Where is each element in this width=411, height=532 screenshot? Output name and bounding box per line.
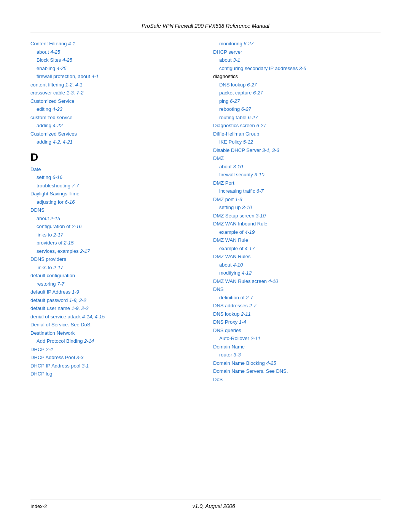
left-column: Content Filtering 4-1about 4-25Block Sit… bbox=[30, 40, 198, 492]
index-entry: setting 6-16 bbox=[30, 174, 198, 181]
index-entry: diagnostics bbox=[213, 73, 381, 80]
index-entry: Daylight Savings Time bbox=[30, 190, 198, 198]
index-ref: 2-7 bbox=[249, 303, 256, 308]
index-ref: 3-10 bbox=[256, 213, 266, 219]
index-main-text: default user name bbox=[30, 305, 72, 311]
index-entry: setting up 3-10 bbox=[213, 204, 381, 211]
index-ref: 6-16 bbox=[53, 174, 62, 180]
index-ref: 2-15 bbox=[50, 216, 60, 221]
page-wrapper: ProSafe VPN Firewall 200 FVX538 Referenc… bbox=[0, 0, 411, 532]
index-entry: content filtering 1-2, 4-1 bbox=[30, 81, 198, 89]
index-ref: 2-15 bbox=[64, 240, 74, 246]
index-ref: 6-27 bbox=[253, 90, 263, 96]
index-ref: 6-16 bbox=[65, 199, 75, 205]
index-main-text: DHCP Address Pool bbox=[30, 355, 76, 360]
index-ref: 4-1 bbox=[68, 41, 75, 46]
index-entry: DMZ WAN Rule bbox=[213, 236, 381, 244]
index-sub-text: adding bbox=[37, 123, 53, 128]
index-ref: 1-4 bbox=[239, 319, 246, 325]
right-column: monitoring 6-27DHCP serverabout 3-1confi… bbox=[213, 40, 381, 492]
index-ref: 1-3 bbox=[235, 197, 242, 202]
index-ref: 4-2, 4-21 bbox=[53, 139, 73, 145]
index-sub-text: services, examples bbox=[37, 248, 80, 254]
index-entry: definition of 2-7 bbox=[213, 294, 381, 302]
index-entry: monitoring 6-27 bbox=[213, 40, 381, 48]
index-sub-text: monitoring bbox=[219, 41, 244, 46]
index-main-text: denial of service attack bbox=[30, 314, 82, 320]
index-main-text: DHCP server bbox=[213, 49, 242, 55]
index-main-text: DNS Proxy bbox=[213, 319, 239, 325]
index-main-text: DMZ WAN Inbound Rule bbox=[213, 221, 268, 227]
index-entry: default password 1-9, 2-2 bbox=[30, 297, 198, 304]
index-sub-text: ping bbox=[219, 98, 230, 104]
index-ref: 2-4 bbox=[46, 347, 53, 352]
index-entry: firewall protection, about 4-1 bbox=[30, 73, 198, 80]
index-entry: firewall security 3-10 bbox=[213, 171, 381, 179]
index-main-text: diagnostics bbox=[213, 73, 238, 79]
index-entry: example of 4-19 bbox=[213, 228, 381, 236]
index-main-text: crossover cable bbox=[30, 90, 67, 96]
index-entry: example of 4-17 bbox=[213, 245, 381, 252]
index-sub-text: adding bbox=[37, 139, 53, 145]
index-main-text: DDNS bbox=[30, 207, 45, 213]
index-entry: troubleshooting 7-7 bbox=[30, 182, 198, 190]
index-sub-text: configuration of bbox=[37, 224, 72, 229]
index-entry: Customized Services bbox=[30, 130, 198, 138]
index-entry: default user name 1-9, 2-2 bbox=[30, 305, 198, 312]
index-main-text: default IP Address bbox=[30, 289, 72, 295]
footer-version: v1.0, August 2006 bbox=[47, 503, 381, 509]
index-ref: 3-3 bbox=[76, 355, 83, 360]
index-main-text: Domain Name bbox=[213, 344, 245, 350]
index-main-text: default password bbox=[30, 297, 69, 303]
index-entry: routing table 6-27 bbox=[213, 114, 381, 121]
index-main-text: DDNS providers bbox=[30, 256, 66, 262]
index-ref: 2-11 bbox=[250, 335, 260, 341]
index-ref: 2-17 bbox=[80, 248, 90, 254]
index-entry: DDNS bbox=[30, 206, 198, 214]
index-sub-text: Block Sites bbox=[37, 57, 62, 63]
index-ref: 6-27 bbox=[241, 106, 251, 112]
index-ref: 6-27 bbox=[244, 41, 253, 46]
index-entry: Content Filtering 4-1 bbox=[30, 40, 198, 48]
index-entry: DMZ Setup screen 3-10 bbox=[213, 212, 381, 220]
index-sub-text: about bbox=[219, 262, 233, 268]
index-main-text: Customized Services bbox=[30, 131, 77, 137]
index-ref: 3-1 bbox=[233, 57, 240, 63]
index-entry: increasing traffic 6-7 bbox=[213, 187, 381, 195]
index-entry: Domain Name bbox=[213, 343, 381, 351]
index-entry: DHCP 2-4 bbox=[30, 346, 198, 353]
index-sub-text: example of bbox=[219, 246, 245, 251]
index-ref: 5-12 bbox=[243, 139, 253, 145]
index-entry: default IP Address 1-9 bbox=[30, 288, 198, 296]
index-entry: Diagnostics screen 6-27 bbox=[213, 122, 381, 129]
index-entry: links to 2-17 bbox=[30, 264, 198, 272]
page-header: ProSafe VPN Firewall 200 FVX538 Referenc… bbox=[30, 23, 381, 32]
index-entry: router 3-3 bbox=[213, 351, 381, 359]
index-main-text: DMZ WAN Rules screen bbox=[213, 278, 268, 284]
index-entry: IKE Policy 5-12 bbox=[213, 138, 381, 146]
index-ref: 7-7 bbox=[72, 183, 79, 189]
index-ref: 2-16 bbox=[72, 224, 82, 229]
index-ref: 4-25 bbox=[50, 49, 60, 55]
index-ref: 2-11 bbox=[241, 311, 251, 317]
footer-index: Index-2 bbox=[30, 503, 47, 509]
index-sub-text: about bbox=[37, 216, 50, 221]
index-sub-text: links to bbox=[37, 265, 53, 270]
index-ref: 4-12 bbox=[242, 270, 252, 276]
index-entry: links to 2-17 bbox=[30, 231, 198, 239]
index-sub-text: routing table bbox=[219, 115, 248, 120]
index-entry: Add Protocol Binding 2-14 bbox=[30, 337, 198, 345]
index-entry: Customized Service bbox=[30, 97, 198, 105]
index-main-text: Diffie-Hellman Group bbox=[213, 131, 259, 137]
index-entry: Domain Name Servers. See DNS. bbox=[213, 367, 381, 375]
index-entry: providers of 2-15 bbox=[30, 239, 198, 247]
index-sub-text: providers of bbox=[37, 240, 64, 246]
index-sub-text: about bbox=[219, 164, 233, 169]
index-main-text: Domain Name Blocking bbox=[213, 360, 266, 366]
index-entry: DNS lookup 6-27 bbox=[213, 81, 381, 89]
index-entry: Destination Network bbox=[30, 329, 198, 337]
index-entry: Auto-Rollover 2-11 bbox=[213, 335, 381, 342]
index-entry: services, examples 2-17 bbox=[30, 248, 198, 255]
index-sub-text: configuring secondary IP addresses bbox=[219, 66, 299, 71]
index-main-text: Date bbox=[30, 166, 41, 172]
